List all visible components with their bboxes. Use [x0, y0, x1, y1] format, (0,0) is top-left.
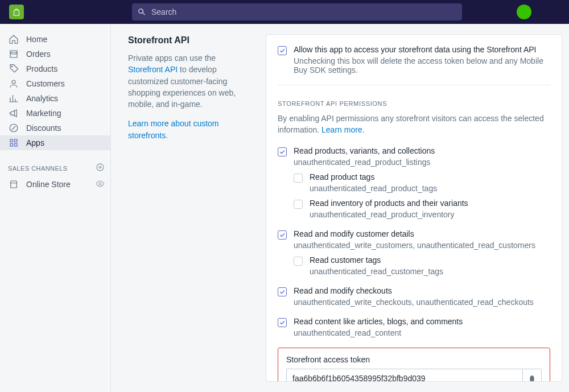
nav-label: Home	[26, 35, 47, 44]
perm-scope: unauthenticated_read_product_tags	[310, 184, 550, 193]
nav-label: Marketing	[26, 109, 61, 118]
nav-label: Apps	[26, 138, 44, 147]
perm-customer-tags: Read customer tags unauthenticated_read_…	[294, 255, 550, 276]
plus-circle-icon	[96, 163, 105, 172]
nav-marketing[interactable]: Marketing	[0, 106, 110, 121]
perm-read-products-checkbox[interactable]	[278, 147, 287, 156]
svg-rect-4	[15, 139, 18, 142]
permissions-header: STOREFRONT API PERMISSIONS	[278, 100, 550, 107]
search-input[interactable]	[150, 7, 457, 17]
nav-section-label: SALES CHANNELS	[8, 165, 68, 172]
nav-channel-online-store[interactable]: Online Store	[0, 177, 110, 192]
shopify-logo[interactable]	[9, 5, 24, 19]
permissions-learn-more-link[interactable]: Learn more.	[321, 125, 364, 134]
permissions-intro: By enabling API permissions any storefro…	[278, 113, 550, 136]
perm-read-products-row[interactable]: Read products, variants, and collections	[278, 146, 550, 156]
nav-analytics[interactable]: Analytics	[0, 91, 110, 106]
section-paragraph: Private apps can use the Storefront API …	[128, 52, 252, 110]
perm-scope: unauthenticated_read_product_listings	[294, 158, 550, 167]
clipboard-icon	[528, 374, 536, 382]
svg-rect-6	[15, 144, 18, 147]
nav-label: Analytics	[26, 94, 58, 103]
topbar	[0, 0, 569, 24]
perm-read-inventory-row[interactable]: Read inventory of products and their var…	[294, 199, 550, 209]
perm-scope: unauthenticated_write_checkouts, unauthe…	[294, 298, 550, 307]
perm-read-product-tags: Read product tags unauthenticated_read_p…	[294, 172, 550, 193]
svg-point-0	[11, 66, 13, 67]
token-label: Storefront access token	[286, 355, 542, 364]
tag-icon	[8, 63, 19, 75]
main-content: Storefront API Private apps can use the …	[111, 24, 569, 392]
apps-icon	[8, 137, 19, 148]
eye-icon	[96, 179, 105, 188]
perm-scope: unauthenticated_read_content	[294, 328, 550, 337]
storefront-access-token-box: Storefront access token Storefront API a…	[278, 348, 550, 382]
orders-icon	[8, 48, 19, 60]
perm-customer-tags-checkbox[interactable]	[294, 257, 303, 266]
home-icon	[8, 34, 19, 45]
divider	[278, 85, 550, 85]
perm-read-products: Read products, variants, and collections…	[278, 146, 550, 219]
perm-customer-details: Read and modify customer details unauthe…	[278, 229, 550, 276]
allow-storefront-access-row[interactable]: Allow this app to access your storefront…	[278, 45, 550, 55]
nav-products[interactable]: Products	[0, 61, 110, 76]
perm-customer-details-checkbox[interactable]	[278, 230, 287, 240]
nav-label: Orders	[26, 49, 51, 59]
global-search[interactable]	[132, 3, 462, 20]
search-icon	[137, 7, 147, 17]
token-input[interactable]	[286, 369, 522, 382]
perm-customer-details-row[interactable]: Read and modify customer details	[278, 229, 550, 240]
perm-content-checkbox[interactable]	[278, 318, 287, 327]
perm-content-row[interactable]: Read content like articles, blogs, and c…	[278, 317, 550, 327]
perm-scope: unauthenticated_write_customers, unauthe…	[294, 241, 550, 250]
perm-checkouts-checkbox[interactable]	[278, 287, 287, 296]
learn-custom-storefronts-link[interactable]: Learn more about custom storefronts.	[128, 119, 219, 139]
perm-checkouts-row[interactable]: Read and modify checkouts	[278, 286, 550, 296]
left-nav: Home Orders Products Customers Analytics…	[0, 24, 111, 392]
svg-rect-3	[10, 139, 13, 142]
copy-token-button[interactable]	[522, 369, 542, 382]
svg-point-1	[12, 80, 15, 84]
megaphone-icon	[8, 108, 19, 119]
perm-scope: unauthenticated_read_product_inventory	[310, 210, 550, 219]
nav-label: Products	[26, 64, 57, 73]
nav-discounts[interactable]: Discounts	[0, 121, 110, 135]
person-icon	[8, 78, 19, 89]
store-icon	[8, 179, 19, 190]
nav-section-sales-channels: SALES CHANNELS	[0, 163, 110, 174]
token-field-row	[286, 369, 542, 382]
avatar[interactable]	[517, 5, 531, 19]
perm-read-product-tags-row[interactable]: Read product tags	[294, 172, 550, 183]
svg-point-8	[99, 183, 101, 185]
svg-rect-5	[10, 144, 13, 147]
nav-apps[interactable]: Apps	[0, 135, 110, 150]
storefront-api-card: Allow this app to access your storefront…	[266, 34, 562, 382]
storefront-api-link[interactable]: Storefront API	[128, 65, 178, 74]
allow-storefront-access-checkbox[interactable]	[278, 46, 287, 55]
add-channel-button[interactable]	[96, 163, 105, 174]
perm-content: Read content like articles, blogs, and c…	[278, 317, 550, 337]
nav-label: Discounts	[26, 123, 61, 133]
perm-scope: unauthenticated_read_customer_tags	[310, 267, 550, 276]
nav-orders[interactable]: Orders	[0, 47, 110, 61]
analytics-icon	[8, 93, 19, 104]
allow-storefront-access-sub: Unchecking this box will delete the acce…	[294, 56, 550, 75]
shopify-bag-icon	[12, 7, 21, 17]
nav-label: Customers	[26, 79, 65, 88]
discount-icon	[8, 122, 19, 134]
allow-storefront-access-label: Allow this app to access your storefront…	[294, 45, 536, 54]
section-title: Storefront API	[128, 35, 252, 46]
section-description: Storefront API Private apps can use the …	[118, 34, 254, 382]
perm-read-inventory: Read inventory of products and their var…	[294, 199, 550, 219]
perm-read-product-tags-checkbox[interactable]	[294, 174, 303, 183]
nav-home[interactable]: Home	[0, 32, 110, 47]
perm-customer-tags-row[interactable]: Read customer tags	[294, 255, 550, 266]
perm-checkouts: Read and modify checkouts unauthenticate…	[278, 286, 550, 307]
perm-read-inventory-checkbox[interactable]	[294, 200, 303, 209]
view-store-button[interactable]	[96, 179, 105, 190]
nav-label: Online Store	[26, 180, 71, 189]
nav-customers[interactable]: Customers	[0, 76, 110, 91]
